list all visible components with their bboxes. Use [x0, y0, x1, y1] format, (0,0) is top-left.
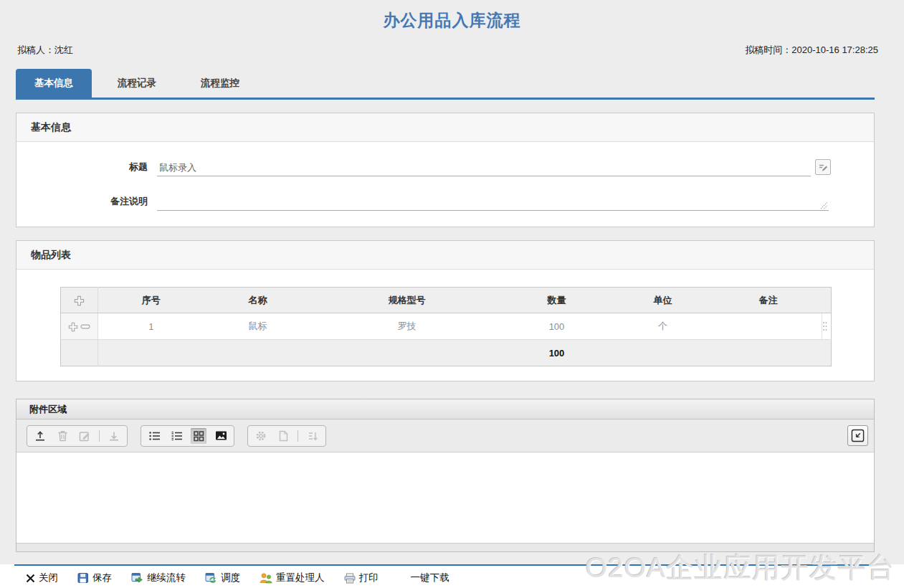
attachment-file-tool-group: [27, 425, 128, 447]
reset-handler-button[interactable]: 重置处理人: [260, 572, 325, 584]
cell-unit: 个: [612, 313, 715, 340]
basic-info-card-body: 标题 鼠标录入 备注说明: [16, 142, 874, 227]
attachments-content-area[interactable]: [16, 452, 874, 543]
cell-name: 鼠标: [204, 313, 312, 340]
one-key-download-button-label: 一键下载: [411, 572, 449, 584]
col-header-unit: 单位: [612, 288, 715, 313]
drag-handle-icon[interactable]: [822, 321, 831, 331]
items-list-card-body: 序号 名称 规格型号 数量 单位 备注 1 鼠标: [16, 270, 874, 381]
attachment-misc-tool-group: [247, 425, 326, 447]
title-input[interactable]: 鼠标录入: [157, 158, 811, 176]
detail-view-icon[interactable]: [168, 428, 184, 444]
close-button[interactable]: 关闭: [26, 572, 58, 584]
continue-flow-icon: [131, 572, 143, 584]
row-handle-cell: [822, 313, 832, 340]
cell-model: 罗技: [312, 313, 503, 340]
draft-time-label: 拟稿时间：: [745, 44, 791, 55]
toolbar-separator: [298, 430, 298, 442]
collapse-attachments-button[interactable]: [847, 425, 868, 446]
items-table: 序号 名称 规格型号 数量 单位 备注 1 鼠标: [60, 287, 832, 366]
title-field-label: 标题: [16, 158, 157, 176]
memo-wrap: [157, 189, 829, 211]
list-view-icon[interactable]: [146, 428, 162, 444]
table-row: 1 鼠标 罗技 100 个: [61, 313, 832, 340]
print-icon: [344, 573, 356, 584]
attachment-view-tool-group: [141, 425, 234, 447]
save-button-label: 保存: [92, 572, 112, 584]
draft-time-value: 2020-10-16 17:28:25: [791, 44, 878, 55]
row-action-cell: [61, 313, 98, 340]
total-qty-cell: 100: [503, 340, 612, 366]
memo-form-row: 备注说明: [16, 189, 874, 211]
col-header-memo: 备注: [715, 288, 822, 313]
upload-icon[interactable]: [32, 428, 48, 444]
title-edit-button[interactable]: [815, 159, 831, 175]
tab-basic-info[interactable]: 基本信息: [16, 69, 92, 98]
sort-icon[interactable]: [305, 428, 320, 444]
edit-attachment-icon[interactable]: [77, 428, 92, 444]
drafter-name: 沈红: [54, 44, 73, 55]
draft-time-info: 拟稿时间：2020-10-16 17:28:25: [745, 44, 878, 56]
page-title: 办公用品入库流程: [0, 0, 904, 30]
meta-row: 拟稿人：沈红 拟稿时间：2020-10-16 17:28:25: [0, 44, 904, 56]
toolbar-separator: [99, 430, 100, 442]
attachments-footer-strip: [16, 543, 874, 551]
cell-seq: 1: [98, 313, 204, 340]
download-icon[interactable]: [106, 428, 122, 444]
delete-icon[interactable]: [54, 428, 70, 444]
tab-flow-record[interactable]: 流程记录: [99, 69, 175, 98]
memo-textarea[interactable]: [157, 189, 829, 211]
attachments-card: 附件区域: [16, 399, 875, 552]
save-button[interactable]: 保存: [77, 572, 112, 584]
basic-info-card-title: 基本信息: [16, 113, 874, 142]
collapse-arrow-icon: [851, 429, 865, 442]
continue-flow-button[interactable]: 继续流转: [131, 572, 186, 584]
dispatch-button-label: 调度: [221, 572, 240, 584]
action-bar-top-line: [14, 564, 875, 566]
drafter-label: 拟稿人：: [17, 44, 54, 55]
grid-view-icon[interactable]: [191, 428, 206, 444]
save-icon: [77, 572, 89, 584]
drafter-info: 拟稿人：沈红: [17, 44, 73, 56]
col-header-model: 规格型号: [312, 288, 503, 313]
tab-flow-monitor[interactable]: 流程监控: [182, 69, 258, 98]
image-view-icon[interactable]: [213, 428, 229, 444]
items-table-header-row: 序号 名称 规格型号 数量 单位 备注: [61, 288, 832, 313]
dispatch-icon: [205, 572, 217, 584]
col-header-handle: [822, 288, 832, 313]
table-add-header-cell: [61, 288, 98, 313]
table-total-row: 100: [61, 340, 832, 366]
col-header-qty: 数量: [503, 288, 612, 313]
row-add-icon[interactable]: [68, 322, 78, 332]
attachments-toolbar: [16, 419, 874, 452]
add-row-icon[interactable]: [74, 295, 85, 306]
items-list-card: 物品列表 序号 名称 规格型号 数量 单位 备注: [16, 240, 875, 381]
items-list-card-title: 物品列表: [16, 241, 874, 270]
title-form-row: 标题 鼠标录入: [16, 158, 874, 176]
continue-flow-button-label: 继续流转: [147, 572, 186, 584]
col-header-name: 名称: [204, 288, 312, 313]
basic-info-card: 基本信息 标题 鼠标录入 备注说明: [16, 113, 875, 227]
col-header-seq: 序号: [98, 288, 204, 313]
cell-memo: [715, 313, 822, 340]
memo-field-label: 备注说明: [16, 192, 157, 211]
row-remove-icon[interactable]: [80, 323, 90, 330]
pencil-icon: [818, 162, 828, 172]
one-key-download-button[interactable]: 一键下载: [411, 572, 449, 584]
close-icon: [26, 574, 35, 583]
reset-handler-button-label: 重置处理人: [276, 572, 325, 584]
bottom-action-bar: 关闭 保存 继续流转: [0, 564, 904, 588]
reset-person-icon: [260, 572, 272, 584]
print-button[interactable]: 打印: [344, 572, 379, 584]
close-button-label: 关闭: [39, 572, 58, 584]
cell-qty: 100: [503, 313, 612, 340]
document-icon[interactable]: [275, 428, 291, 444]
settings-gear-icon[interactable]: [253, 428, 269, 444]
dispatch-button[interactable]: 调度: [205, 572, 240, 584]
attachments-card-title: 附件区域: [16, 399, 874, 419]
print-button-label: 打印: [359, 572, 379, 584]
textarea-resize-handle-icon[interactable]: [820, 201, 828, 209]
tab-strip: 基本信息 流程记录 流程监控: [16, 69, 875, 100]
